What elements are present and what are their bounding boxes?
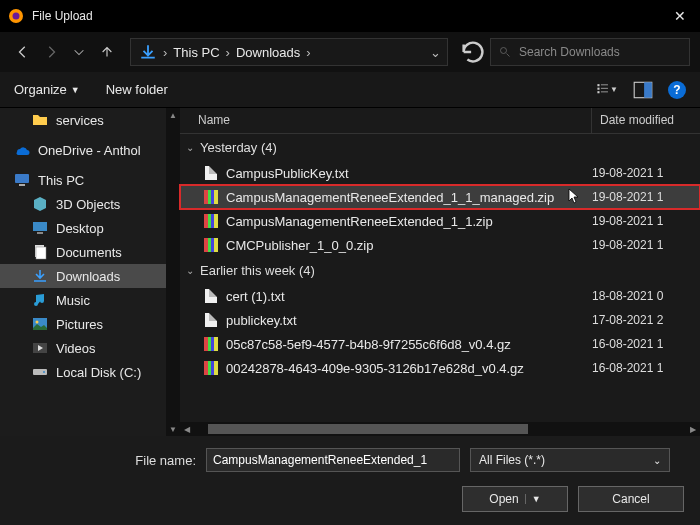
file-row[interactable]: CMCPublisher_1_0_0.zip19-08-2021 1 <box>180 233 700 257</box>
chevron-down-icon[interactable]: ⌄ <box>428 45 443 60</box>
breadcrumb-this-pc[interactable]: This PC <box>169 45 223 60</box>
downloads-icon <box>32 268 48 284</box>
file-row[interactable]: 05c87c58-5ef9-4577-b4b8-9f7255c6f6d8_v0.… <box>180 332 700 356</box>
file-row[interactable]: CampusManagementReneeExtended_1_1.zip19-… <box>180 209 700 233</box>
chevron-right-icon[interactable]: › <box>304 45 312 60</box>
sidebar-item-3d-objects[interactable]: 3D Objects <box>0 192 180 216</box>
scrollbar-thumb[interactable] <box>208 424 528 434</box>
filter-label: All Files (*.*) <box>479 453 545 467</box>
sidebar-item-this-pc[interactable]: This PC <box>0 168 180 192</box>
sidebar-item-label: This PC <box>38 173 84 188</box>
sidebar-item-desktop[interactable]: Desktop <box>0 216 180 240</box>
back-button[interactable] <box>10 38 36 66</box>
sidebar-item-services[interactable]: services <box>0 108 180 132</box>
file-date: 19-08-2021 1 <box>592 238 700 252</box>
file-date: 19-08-2021 1 <box>592 166 700 180</box>
button-label: Open <box>489 492 518 506</box>
sidebar-item-local-disk[interactable]: Local Disk (C:) <box>0 360 180 384</box>
chevron-down-icon: ⌄ <box>186 265 194 276</box>
chevron-right-icon[interactable]: › <box>224 45 232 60</box>
svg-point-18 <box>43 371 45 373</box>
file-date: 18-08-2021 0 <box>592 289 700 303</box>
organize-menu[interactable]: Organize ▼ <box>14 82 80 97</box>
sidebar-item-label: Local Disk (C:) <box>56 365 141 380</box>
svg-rect-4 <box>597 88 599 90</box>
file-row[interactable]: cert (1).txt18-08-2021 0 <box>180 284 700 308</box>
svg-rect-7 <box>644 82 652 97</box>
help-button[interactable]: ? <box>668 81 686 99</box>
group-label: Earlier this week (4) <box>200 263 315 278</box>
sidebar-item-onedrive[interactable]: OneDrive - Anthol <box>0 138 180 162</box>
new-folder-button[interactable]: New folder <box>106 82 168 97</box>
svg-point-1 <box>13 13 20 20</box>
organize-label: Organize <box>14 82 67 97</box>
folder-icon <box>32 112 48 128</box>
file-row[interactable]: CampusPublicKey.txt19-08-2021 1 <box>180 161 700 185</box>
file-type-filter[interactable]: All Files (*.*) ⌄ <box>470 448 670 472</box>
svg-rect-5 <box>597 92 599 94</box>
sidebar-item-downloads[interactable]: Downloads <box>0 264 180 288</box>
filename-input[interactable] <box>206 448 460 472</box>
disk-icon <box>32 364 48 380</box>
file-row[interactable]: publickey.txt17-08-2021 2 <box>180 308 700 332</box>
svg-rect-3 <box>597 85 599 87</box>
file-date: 19-08-2021 1 <box>592 190 700 204</box>
sidebar-item-label: Videos <box>56 341 96 356</box>
file-list: Name Date modified ⌄ Yesterday (4) Campu… <box>180 108 700 436</box>
sidebar-item-label: Pictures <box>56 317 103 332</box>
filename-label: File name: <box>16 453 196 468</box>
column-name[interactable]: Name <box>180 108 592 133</box>
file-name: cert (1).txt <box>226 289 592 304</box>
group-yesterday[interactable]: ⌄ Yesterday (4) <box>180 134 700 161</box>
open-button[interactable]: Open▼ <box>462 486 568 512</box>
txt-icon <box>202 312 220 328</box>
file-name: 00242878-4643-409e-9305-3126b17e628d_v0.… <box>226 361 592 376</box>
zip-icon <box>202 360 220 376</box>
chevron-down-icon: ▼ <box>525 494 541 504</box>
chevron-down-icon: ⌄ <box>653 455 661 466</box>
firefox-icon <box>8 8 24 24</box>
chevron-right-icon[interactable]: › <box>161 45 169 60</box>
file-name: 05c87c58-5ef9-4577-b4b8-9f7255c6f6d8_v0.… <box>226 337 592 352</box>
sidebar-scrollbar[interactable]: ▲▼ <box>166 108 180 436</box>
file-date: 16-08-2021 1 <box>592 337 700 351</box>
zip-icon <box>202 213 220 229</box>
breadcrumb[interactable]: › This PC › Downloads › ⌄ <box>130 38 448 66</box>
column-date[interactable]: Date modified <box>592 108 700 133</box>
file-date: 19-08-2021 1 <box>592 214 700 228</box>
sidebar-item-videos[interactable]: Videos <box>0 336 180 360</box>
horizontal-scrollbar[interactable]: ◀▶ <box>180 422 700 436</box>
sidebar-item-label: OneDrive - Anthol <box>38 143 141 158</box>
txt-icon <box>202 165 220 181</box>
videos-icon <box>32 340 48 356</box>
file-name: CMCPublisher_1_0_0.zip <box>226 238 592 253</box>
sidebar-item-music[interactable]: Music <box>0 288 180 312</box>
forward-button[interactable] <box>38 38 64 66</box>
close-icon[interactable]: ✕ <box>652 8 692 24</box>
file-name: CampusManagementReneeExtended_1_1.zip <box>226 214 592 229</box>
file-row[interactable]: 00242878-4643-409e-9305-3126b17e628d_v0.… <box>180 356 700 380</box>
window-title: File Upload <box>32 9 652 23</box>
refresh-button[interactable] <box>458 37 488 67</box>
preview-pane-button[interactable] <box>632 79 654 101</box>
navigation-sidebar: services OneDrive - Anthol This PC 3D Ob… <box>0 108 180 436</box>
svg-point-15 <box>36 321 39 324</box>
recent-chevron-icon[interactable] <box>66 38 92 66</box>
svg-rect-13 <box>36 247 46 259</box>
sidebar-item-documents[interactable]: Documents <box>0 240 180 264</box>
file-name: CampusManagementReneeExtended_1_1_manage… <box>226 190 592 205</box>
cancel-button[interactable]: Cancel <box>578 486 684 512</box>
view-options-button[interactable]: ▼ <box>596 79 618 101</box>
sidebar-item-pictures[interactable]: Pictures <box>0 312 180 336</box>
zip-icon <box>202 237 220 253</box>
breadcrumb-downloads[interactable]: Downloads <box>232 45 304 60</box>
group-earlier[interactable]: ⌄ Earlier this week (4) <box>180 257 700 284</box>
up-button[interactable] <box>94 38 120 66</box>
zip-icon <box>202 336 220 352</box>
file-row[interactable]: CampusManagementReneeExtended_1_1_manage… <box>180 185 700 209</box>
dialog-footer: File name: All Files (*.*) ⌄ Open▼ Cance… <box>0 436 700 525</box>
search-input[interactable]: Search Downloads <box>490 38 690 66</box>
command-toolbar: Organize ▼ New folder ▼ ? <box>0 72 700 108</box>
sidebar-item-label: 3D Objects <box>56 197 120 212</box>
chevron-down-icon: ▼ <box>71 85 80 95</box>
